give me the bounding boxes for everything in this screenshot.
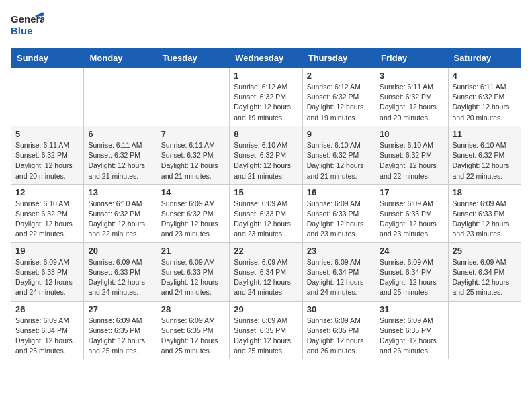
calendar-cell: 6Sunrise: 6:11 AM Sunset: 6:32 PM Daylig…: [84, 126, 157, 184]
calendar-cell: 12Sunrise: 6:10 AM Sunset: 6:32 PM Dayli…: [11, 184, 84, 242]
calendar-cell: 31Sunrise: 6:09 AM Sunset: 6:35 PM Dayli…: [375, 301, 448, 359]
logo-icon: General Blue: [11, 11, 44, 39]
week-row-1: 1Sunrise: 6:12 AM Sunset: 6:32 PM Daylig…: [11, 68, 521, 126]
calendar-header: SundayMondayTuesdayWednesdayThursdayFrid…: [11, 49, 521, 68]
day-info: Sunrise: 6:10 AM Sunset: 6:32 PM Dayligh…: [307, 140, 371, 181]
calendar-cell: 23Sunrise: 6:09 AM Sunset: 6:34 PM Dayli…: [302, 242, 375, 301]
day-info: Sunrise: 6:11 AM Sunset: 6:32 PM Dayligh…: [88, 140, 152, 181]
day-number: 14: [161, 187, 225, 197]
day-header-thursday: Thursday: [302, 49, 375, 68]
calendar-cell: 28Sunrise: 6:09 AM Sunset: 6:35 PM Dayli…: [157, 301, 229, 359]
day-number: 4: [453, 71, 517, 81]
day-info: Sunrise: 6:09 AM Sunset: 6:34 PM Dayligh…: [307, 257, 371, 298]
calendar-cell: 5Sunrise: 6:11 AM Sunset: 6:32 PM Daylig…: [11, 126, 84, 184]
calendar-cell: 9Sunrise: 6:10 AM Sunset: 6:32 PM Daylig…: [302, 126, 375, 184]
calendar-cell: 25Sunrise: 6:09 AM Sunset: 6:34 PM Dayli…: [448, 242, 521, 301]
week-row-5: 26Sunrise: 6:09 AM Sunset: 6:34 PM Dayli…: [11, 301, 521, 359]
calendar-cell: [84, 68, 157, 126]
day-number: 8: [234, 129, 298, 139]
day-info: Sunrise: 6:09 AM Sunset: 6:35 PM Dayligh…: [161, 316, 225, 357]
calendar-cell: 13Sunrise: 6:10 AM Sunset: 6:32 PM Dayli…: [84, 184, 157, 242]
day-info: Sunrise: 6:09 AM Sunset: 6:33 PM Dayligh…: [15, 257, 79, 298]
day-info: Sunrise: 6:09 AM Sunset: 6:33 PM Dayligh…: [161, 257, 225, 298]
day-header-wednesday: Wednesday: [230, 49, 302, 68]
day-info: Sunrise: 6:11 AM Sunset: 6:32 PM Dayligh…: [15, 140, 79, 181]
calendar-cell: 2Sunrise: 6:12 AM Sunset: 6:32 PM Daylig…: [302, 68, 375, 126]
calendar-cell: 29Sunrise: 6:09 AM Sunset: 6:35 PM Dayli…: [230, 301, 302, 359]
calendar-cell: 3Sunrise: 6:11 AM Sunset: 6:32 PM Daylig…: [375, 68, 448, 126]
calendar-cell: 4Sunrise: 6:11 AM Sunset: 6:32 PM Daylig…: [448, 68, 521, 126]
day-number: 6: [88, 129, 152, 139]
calendar-cell: 21Sunrise: 6:09 AM Sunset: 6:33 PM Dayli…: [157, 242, 229, 301]
day-header-saturday: Saturday: [448, 49, 521, 68]
day-number: 10: [380, 129, 443, 139]
day-number: 25: [453, 246, 517, 256]
day-info: Sunrise: 6:09 AM Sunset: 6:33 PM Dayligh…: [380, 199, 443, 240]
day-number: 23: [307, 246, 371, 256]
day-info: Sunrise: 6:10 AM Sunset: 6:32 PM Dayligh…: [15, 199, 79, 240]
day-number: 11: [453, 129, 517, 139]
calendar-cell: 20Sunrise: 6:09 AM Sunset: 6:33 PM Dayli…: [84, 242, 157, 301]
week-row-4: 19Sunrise: 6:09 AM Sunset: 6:33 PM Dayli…: [11, 242, 521, 301]
day-number: 7: [161, 129, 225, 139]
calendar-cell: 15Sunrise: 6:09 AM Sunset: 6:33 PM Dayli…: [230, 184, 302, 242]
calendar-cell: 22Sunrise: 6:09 AM Sunset: 6:34 PM Dayli…: [230, 242, 302, 301]
calendar-cell: 18Sunrise: 6:09 AM Sunset: 6:33 PM Dayli…: [448, 184, 521, 242]
calendar-cell: 8Sunrise: 6:10 AM Sunset: 6:32 PM Daylig…: [230, 126, 302, 184]
day-header-tuesday: Tuesday: [157, 49, 229, 68]
day-info: Sunrise: 6:09 AM Sunset: 6:33 PM Dayligh…: [234, 199, 298, 240]
day-number: 27: [88, 304, 152, 314]
day-number: 13: [88, 187, 152, 197]
day-headers-row: SundayMondayTuesdayWednesdayThursdayFrid…: [11, 49, 521, 68]
day-number: 17: [380, 187, 443, 197]
calendar-cell: [11, 68, 84, 126]
day-number: 20: [88, 246, 152, 256]
day-number: 19: [15, 246, 79, 256]
day-number: 21: [161, 246, 225, 256]
day-number: 2: [307, 71, 371, 81]
day-info: Sunrise: 6:09 AM Sunset: 6:35 PM Dayligh…: [88, 316, 152, 357]
day-number: 1: [234, 71, 298, 81]
day-number: 26: [15, 304, 79, 314]
calendar-table: SundayMondayTuesdayWednesdayThursdayFrid…: [11, 48, 521, 359]
day-info: Sunrise: 6:09 AM Sunset: 6:35 PM Dayligh…: [307, 316, 371, 357]
week-row-2: 5Sunrise: 6:11 AM Sunset: 6:32 PM Daylig…: [11, 126, 521, 184]
day-number: 28: [161, 304, 225, 314]
day-header-monday: Monday: [84, 49, 157, 68]
calendar-cell: 14Sunrise: 6:09 AM Sunset: 6:32 PM Dayli…: [157, 184, 229, 242]
day-info: Sunrise: 6:10 AM Sunset: 6:32 PM Dayligh…: [88, 199, 152, 240]
day-info: Sunrise: 6:09 AM Sunset: 6:34 PM Dayligh…: [453, 257, 517, 298]
day-number: 5: [15, 129, 79, 139]
day-info: Sunrise: 6:11 AM Sunset: 6:32 PM Dayligh…: [380, 82, 443, 123]
calendar-body: 1Sunrise: 6:12 AM Sunset: 6:32 PM Daylig…: [11, 68, 521, 359]
day-info: Sunrise: 6:12 AM Sunset: 6:32 PM Dayligh…: [234, 82, 298, 123]
day-info: Sunrise: 6:10 AM Sunset: 6:32 PM Dayligh…: [234, 140, 298, 181]
calendar-cell: 11Sunrise: 6:10 AM Sunset: 6:32 PM Dayli…: [448, 126, 521, 184]
calendar-cell: 17Sunrise: 6:09 AM Sunset: 6:33 PM Dayli…: [375, 184, 448, 242]
calendar-cell: 1Sunrise: 6:12 AM Sunset: 6:32 PM Daylig…: [230, 68, 302, 126]
logo: General Blue: [11, 11, 44, 42]
week-row-3: 12Sunrise: 6:10 AM Sunset: 6:32 PM Dayli…: [11, 184, 521, 242]
day-info: Sunrise: 6:09 AM Sunset: 6:33 PM Dayligh…: [307, 199, 371, 240]
day-number: 16: [307, 187, 371, 197]
day-info: Sunrise: 6:10 AM Sunset: 6:32 PM Dayligh…: [453, 140, 517, 181]
svg-text:Blue: Blue: [11, 25, 33, 36]
calendar-cell: 19Sunrise: 6:09 AM Sunset: 6:33 PM Dayli…: [11, 242, 84, 301]
day-info: Sunrise: 6:09 AM Sunset: 6:32 PM Dayligh…: [161, 199, 225, 240]
day-number: 31: [380, 304, 443, 314]
day-number: 15: [234, 187, 298, 197]
calendar-cell: 10Sunrise: 6:10 AM Sunset: 6:32 PM Dayli…: [375, 126, 448, 184]
day-number: 24: [380, 246, 443, 256]
calendar-cell: 24Sunrise: 6:09 AM Sunset: 6:34 PM Dayli…: [375, 242, 448, 301]
calendar-cell: 27Sunrise: 6:09 AM Sunset: 6:35 PM Dayli…: [84, 301, 157, 359]
day-info: Sunrise: 6:09 AM Sunset: 6:34 PM Dayligh…: [380, 257, 443, 298]
day-number: 12: [15, 187, 79, 197]
day-number: 3: [380, 71, 443, 81]
calendar-cell: 26Sunrise: 6:09 AM Sunset: 6:34 PM Dayli…: [11, 301, 84, 359]
day-number: 30: [307, 304, 371, 314]
calendar-cell: 30Sunrise: 6:09 AM Sunset: 6:35 PM Dayli…: [302, 301, 375, 359]
day-info: Sunrise: 6:11 AM Sunset: 6:32 PM Dayligh…: [453, 82, 517, 123]
day-number: 9: [307, 129, 371, 139]
day-info: Sunrise: 6:09 AM Sunset: 6:33 PM Dayligh…: [88, 257, 152, 298]
day-info: Sunrise: 6:09 AM Sunset: 6:35 PM Dayligh…: [234, 316, 298, 357]
